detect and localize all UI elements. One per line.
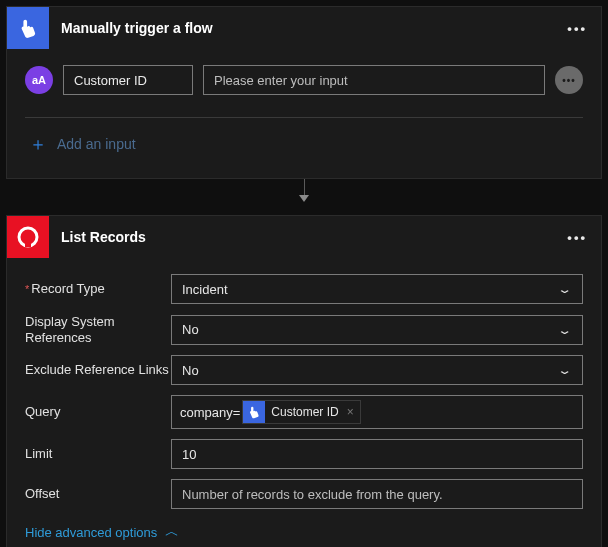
query-label: Query (25, 404, 171, 420)
record-type-value: Incident (182, 282, 228, 297)
manual-trigger-icon (7, 7, 49, 49)
action-more-button[interactable]: ••• (563, 230, 591, 245)
record-type-label: *Record Type (25, 281, 171, 297)
field-display-system-refs: Display System References No ⌄ (25, 314, 583, 345)
action-body: *Record Type Incident ⌄ Display System R… (7, 258, 601, 547)
token-label: Customer ID (271, 405, 338, 419)
display-system-refs-label: Display System References (25, 314, 171, 345)
servicenow-icon (7, 216, 49, 258)
query-input[interactable]: company= Customer ID × (171, 395, 583, 429)
field-query: Query company= Customer ID × (25, 395, 583, 429)
limit-input-wrapper (171, 439, 583, 469)
add-input-label: Add an input (57, 136, 136, 152)
action-card: List Records ••• *Record Type Incident ⌄… (6, 215, 602, 547)
offset-input-wrapper (171, 479, 583, 509)
trigger-input-row: aA ••• (25, 65, 583, 95)
plus-icon: ＋ (29, 132, 47, 156)
display-system-refs-select[interactable]: No ⌄ (171, 315, 583, 345)
hide-advanced-options-button[interactable]: Hide advanced options ︿ (25, 523, 583, 541)
offset-label: Offset (25, 486, 171, 502)
trigger-body: aA ••• ＋ Add an input (7, 49, 601, 178)
field-limit: Limit (25, 439, 583, 469)
record-type-select[interactable]: Incident ⌄ (171, 274, 583, 304)
exclude-ref-links-value: No (182, 363, 199, 378)
field-exclude-ref-links: Exclude Reference Links No ⌄ (25, 355, 583, 385)
hide-advanced-label: Hide advanced options (25, 525, 157, 540)
connector-arrow (6, 179, 602, 215)
exclude-ref-links-label: Exclude Reference Links (25, 362, 171, 378)
trigger-header[interactable]: Manually trigger a flow ••• (7, 7, 601, 49)
trigger-card: Manually trigger a flow ••• aA ••• ＋ Add… (6, 6, 602, 179)
limit-label: Limit (25, 446, 171, 462)
token-remove-icon[interactable]: × (347, 405, 354, 419)
trigger-more-button[interactable]: ••• (563, 21, 591, 36)
action-title: List Records (61, 229, 563, 245)
limit-input[interactable] (182, 447, 572, 462)
chevron-down-icon: ⌄ (557, 323, 572, 336)
exclude-ref-links-select[interactable]: No ⌄ (171, 355, 583, 385)
trigger-title: Manually trigger a flow (61, 20, 563, 36)
chevron-up-icon: ︿ (165, 523, 179, 541)
display-system-refs-value: No (182, 322, 199, 337)
input-value-field[interactable] (203, 65, 545, 95)
offset-input[interactable] (182, 487, 572, 502)
input-name-field[interactable] (63, 65, 193, 95)
svg-rect-1 (25, 243, 31, 247)
manual-trigger-icon (243, 401, 265, 423)
add-input-button[interactable]: ＋ Add an input (25, 118, 583, 166)
action-header[interactable]: List Records ••• (7, 216, 601, 258)
input-options-button[interactable]: ••• (555, 66, 583, 94)
text-type-icon: aA (25, 66, 53, 94)
chevron-down-icon: ⌄ (557, 364, 572, 377)
field-offset: Offset (25, 479, 583, 509)
dynamic-token-customer-id[interactable]: Customer ID × (242, 400, 360, 424)
chevron-down-icon: ⌄ (557, 282, 572, 295)
field-record-type: *Record Type Incident ⌄ (25, 274, 583, 304)
query-prefix-text: company= (180, 405, 240, 420)
